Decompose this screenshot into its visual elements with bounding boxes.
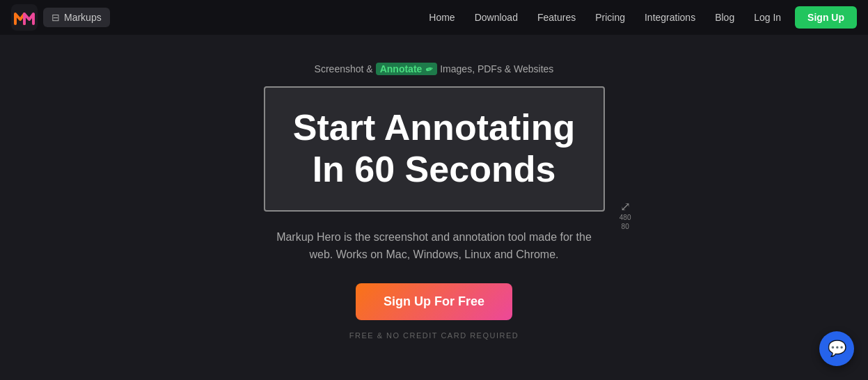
subtitle: Screenshot & Annotate ✏ Images, PDFs & W… — [315, 63, 554, 75]
nav-home[interactable]: Home — [429, 12, 455, 23]
logo-label: Markups — [64, 12, 102, 23]
logo-text-area: ⊟ Markups — [43, 8, 110, 27]
nav-integrations[interactable]: Integrations — [645, 12, 695, 23]
hero-description: Markup Hero is the screenshot and annota… — [267, 228, 601, 264]
navbar: ⊟ Markups Home Download Features Pricing… — [0, 0, 868, 35]
nav-features[interactable]: Features — [537, 12, 576, 23]
hero-title: Start Annotating In 60 Seconds — [293, 107, 576, 191]
annotation-box: Start Annotating In 60 Seconds ⤢ 48080 — [264, 86, 605, 212]
nav-download[interactable]: Download — [475, 12, 518, 23]
nav-signup-button[interactable]: Sign Up — [795, 6, 857, 29]
resize-indicator: ⤢ 48080 — [620, 200, 631, 231]
resize-crosshair-icon: ⤢ — [620, 200, 631, 213]
hero-title-line2: In 60 Seconds — [313, 149, 556, 189]
nav-links: Home Download Features Pricing Integrati… — [429, 12, 781, 23]
nav-login[interactable]: Log In — [754, 12, 781, 23]
no-cc-text: FREE & NO CREDIT CARD REQUIRED — [349, 331, 519, 340]
hero-title-line1: Start Annotating — [293, 107, 575, 148]
layers-icon: ⊟ — [52, 12, 60, 23]
annotate-highlight: Annotate ✏ — [376, 63, 438, 75]
resize-dimensions: 48080 — [620, 213, 631, 231]
chat-bubble-button[interactable]: 💬 — [819, 331, 854, 366]
logo-area: ⊟ Markups — [11, 4, 110, 31]
nav-blog[interactable]: Blog — [715, 12, 734, 23]
hero-section: Screenshot & Annotate ✏ Images, PDFs & W… — [0, 35, 868, 347]
nav-pricing[interactable]: Pricing — [595, 12, 625, 23]
subtitle-prefix: Screenshot & — [315, 63, 373, 74]
signup-free-button[interactable]: Sign Up For Free — [356, 283, 512, 320]
pencil-icon: ✏ — [425, 64, 434, 75]
subtitle-suffix: Images, PDFs & Websites — [440, 63, 553, 74]
logo-icon — [11, 4, 38, 31]
chat-icon: 💬 — [828, 340, 846, 358]
